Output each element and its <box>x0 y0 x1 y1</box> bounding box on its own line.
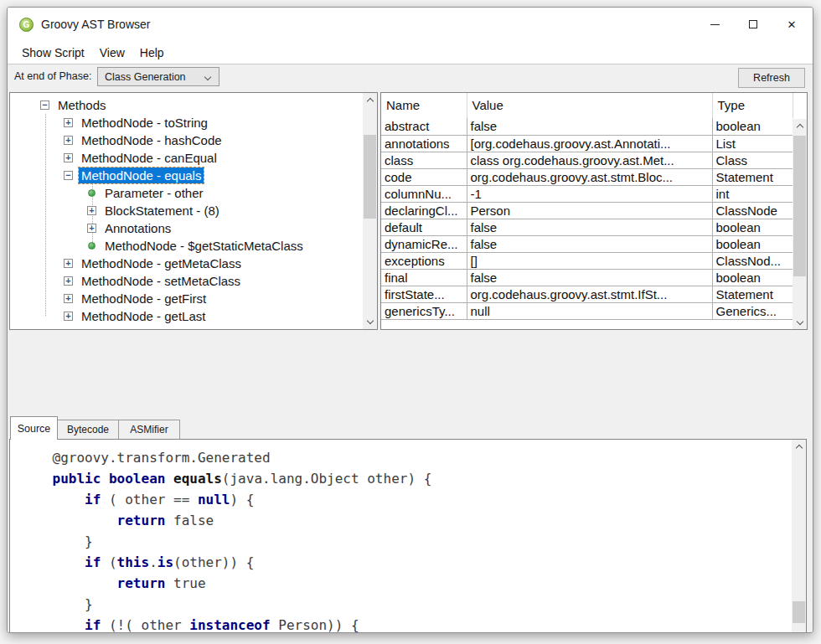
close-icon: ✕ <box>787 19 797 30</box>
collapse-icon[interactable]: − <box>64 171 73 180</box>
expand-icon[interactable]: + <box>64 136 73 145</box>
table-cell: class <box>381 152 467 168</box>
table-cell: firstState... <box>381 286 467 302</box>
tree-item-methodnode-getstaticmetaclass[interactable]: MethodNode - $getStaticMetaClass <box>10 237 362 255</box>
table-row[interactable]: defaultfalseboolean <box>381 219 793 235</box>
table-row[interactable]: firstState...org.codehaus.groovy.ast.stm… <box>381 286 793 302</box>
keyword-token: instanceof <box>189 617 270 633</box>
expand-icon[interactable]: + <box>87 206 96 215</box>
table-row[interactable]: abstractfalseboolean <box>381 118 793 135</box>
keyword-token: if <box>85 617 101 633</box>
table-cell: columnNu... <box>381 185 467 202</box>
phase-select[interactable]: Class Generation <box>97 67 219 86</box>
table-cell: org.codehaus.groovy.ast.stmt.IfSt... <box>467 286 712 302</box>
menu-item-show-script[interactable]: Show Script <box>14 44 92 62</box>
tree-scrollbar[interactable] <box>363 93 377 329</box>
maximize-button[interactable] <box>734 8 772 41</box>
table-row[interactable]: annotations[org.codehaus.groovy.ast.Anno… <box>381 135 793 152</box>
tree-item-parameter-other[interactable]: Parameter - other <box>10 184 362 202</box>
tree-item-methodnode-getfirst[interactable]: +MethodNode - getFirst <box>10 290 362 307</box>
scroll-up-button[interactable] <box>363 93 377 107</box>
menu-item-help[interactable]: Help <box>132 44 172 62</box>
properties-panel: NameValueType abstractfalsebooleanannota… <box>380 92 808 330</box>
window-title: Groovy AST Browser <box>41 18 150 31</box>
tree-item-methodnode-getmetaclass[interactable]: +MethodNode - getMetaClass <box>10 255 362 272</box>
keyword-token: return <box>117 513 166 528</box>
tree-item-label: MethodNode - $getStaticMetaClass <box>102 238 306 254</box>
table-cell: annotations <box>381 135 467 152</box>
table-cell: int <box>712 185 793 202</box>
menu-bar: Show ScriptViewHelp <box>8 41 813 64</box>
table-row[interactable]: columnNu...-1int <box>381 185 793 202</box>
column-header-value[interactable]: Value <box>467 93 712 118</box>
table-cell: Statement <box>712 168 793 185</box>
tree-item-blockstatement-8[interactable]: +BlockStatement - (8) <box>10 202 362 219</box>
table-scrollbar[interactable] <box>793 119 807 330</box>
table-cell: false <box>467 235 712 252</box>
tree-item-label: Annotations <box>102 220 173 236</box>
expand-icon[interactable]: + <box>64 259 73 268</box>
properties-table: NameValueType abstractfalsebooleanannota… <box>381 93 793 320</box>
tree-item-methodnode-hashcode[interactable]: +MethodNode - hashCode <box>10 131 362 149</box>
scrollbar-thumb[interactable] <box>793 601 805 623</box>
scrollbar-thumb[interactable] <box>364 135 376 219</box>
tree-item-label: MethodNode - getLast <box>79 308 208 324</box>
code-token <box>20 492 85 507</box>
table-row[interactable]: dynamicRe...falseboolean <box>381 235 793 252</box>
leaf-dot-icon <box>88 242 96 250</box>
table-cell: Generics... <box>712 302 793 319</box>
tree-item-methods[interactable]: −Methods <box>10 96 362 114</box>
tree-item-label: MethodNode - hashCode <box>79 132 225 148</box>
source-vertical-scrollbar[interactable] <box>792 440 806 633</box>
table-cell: default <box>381 219 467 235</box>
menu-item-view[interactable]: View <box>92 44 132 62</box>
tree-item-methodnode-getlast[interactable]: +MethodNode - getLast <box>10 307 362 325</box>
code-line: return false <box>20 510 792 531</box>
scroll-down-button[interactable] <box>793 316 807 330</box>
table-cell: abstract <box>381 118 467 135</box>
expand-icon[interactable]: + <box>64 276 73 286</box>
column-header-name[interactable]: Name <box>381 93 467 118</box>
table-cell: boolean <box>712 269 793 286</box>
scroll-up-button[interactable] <box>792 440 806 454</box>
column-header-type[interactable]: Type <box>712 93 793 118</box>
scrollbar-thumb[interactable] <box>793 136 806 276</box>
keyword-token: public <box>53 471 101 487</box>
collapse-icon[interactable]: − <box>40 100 49 110</box>
expand-icon[interactable]: + <box>87 224 96 233</box>
tree-item-methodnode-canequal[interactable]: +MethodNode - canEqual <box>10 149 362 167</box>
expand-icon[interactable]: + <box>64 312 73 321</box>
table-cell: [org.codehaus.groovy.ast.Annotati... <box>467 135 712 152</box>
keyword-token: is <box>157 554 173 570</box>
minimize-button[interactable] <box>695 8 734 41</box>
table-cell: boolean <box>712 235 793 252</box>
table-cell: null <box>467 302 712 319</box>
tree-item-methodnode-tostring[interactable]: +MethodNode - toString <box>10 114 362 131</box>
table-cell: List <box>712 135 793 152</box>
table-row[interactable]: declaringCl...PersonClassNode <box>381 202 793 219</box>
title-bar[interactable]: G Groovy AST Browser ✕ <box>8 8 813 41</box>
table-cell: class org.codehaus.groovy.ast.Met... <box>467 152 712 168</box>
tab-source[interactable]: Source <box>10 416 58 440</box>
table-row[interactable]: finalfalseboolean <box>381 269 793 286</box>
expand-icon[interactable]: + <box>64 153 73 162</box>
code-token <box>20 575 117 591</box>
expand-icon[interactable]: + <box>64 118 73 127</box>
refresh-button[interactable]: Refresh <box>738 68 805 88</box>
tree-item-annotations[interactable]: +Annotations <box>10 219 362 237</box>
tree-item-methodnode-setmetaclass[interactable]: +MethodNode - setMetaClass <box>10 272 362 290</box>
tab-bytecode[interactable]: Bytecode <box>57 420 119 440</box>
scroll-down-button[interactable] <box>363 315 377 329</box>
table-row[interactable]: classclass org.codehaus.groovy.ast.Met..… <box>381 152 793 168</box>
table-row[interactable]: exceptions[]ClassNod... <box>381 252 793 269</box>
table-row[interactable]: genericsTy...nullGenerics... <box>381 302 793 319</box>
expand-icon[interactable]: + <box>64 294 73 303</box>
table-row[interactable]: codeorg.codehaus.groovy.ast.stmt.Bloc...… <box>381 168 793 185</box>
chevron-up-icon <box>795 445 802 451</box>
tab-asmifier[interactable]: ASMifier <box>118 420 180 440</box>
close-button[interactable]: ✕ <box>772 8 811 41</box>
scroll-up-button[interactable] <box>793 119 807 133</box>
tree-item-methodnode-equals[interactable]: −MethodNode - equals <box>10 167 362 184</box>
code-line: @groovy.transform.Generated <box>20 447 792 468</box>
source-code[interactable]: @groovy.transform.Generated public boole… <box>10 440 792 633</box>
